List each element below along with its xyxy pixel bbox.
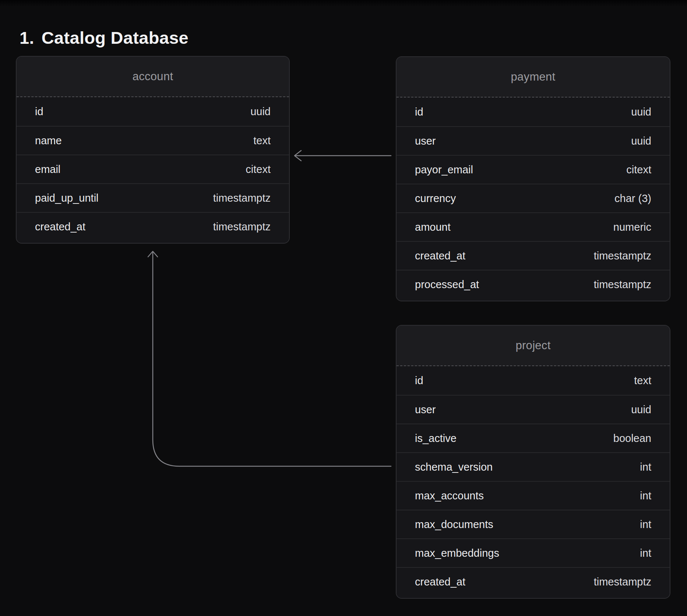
column-name: currency bbox=[415, 192, 456, 205]
column-row: user uuid bbox=[397, 395, 670, 424]
column-type: int bbox=[640, 490, 651, 502]
column-row: processed_at timestamptz bbox=[397, 270, 670, 298]
column-type: numeric bbox=[613, 221, 651, 233]
column-name: paid_up_until bbox=[35, 192, 99, 204]
column-row: created_at timestamptz bbox=[397, 241, 670, 270]
column-name: processed_at bbox=[415, 279, 479, 291]
table-columns-account: id uuid name text email citext paid_up_u… bbox=[17, 97, 289, 243]
table-name-project: project bbox=[397, 326, 670, 366]
table-columns-project: id text user uuid is_active boolean sche… bbox=[397, 366, 670, 598]
column-name: id bbox=[35, 106, 43, 118]
relationship-payment-account bbox=[295, 151, 391, 161]
column-type: timestamptz bbox=[213, 221, 271, 233]
column-type: int bbox=[640, 518, 651, 531]
column-name: max_embeddings bbox=[415, 547, 499, 559]
column-type: uuid bbox=[631, 135, 651, 147]
column-row: max_embeddings int bbox=[397, 538, 670, 567]
column-name: user bbox=[415, 404, 436, 416]
column-row: amount numeric bbox=[397, 212, 670, 241]
column-name: name bbox=[35, 135, 62, 147]
column-row: id uuid bbox=[17, 97, 289, 126]
column-name: id bbox=[415, 106, 423, 118]
column-name: user bbox=[415, 135, 436, 147]
column-row: created_at timestamptz bbox=[397, 567, 670, 596]
column-name: max_documents bbox=[415, 518, 493, 531]
column-type: boolean bbox=[613, 432, 651, 445]
arrowhead-left-icon bbox=[295, 151, 301, 161]
column-name: max_accounts bbox=[415, 490, 484, 502]
column-type: char (3) bbox=[614, 192, 651, 205]
column-name: payor_email bbox=[415, 164, 473, 176]
connector-line bbox=[153, 252, 391, 466]
column-name: amount bbox=[415, 221, 451, 233]
column-type: int bbox=[640, 547, 651, 559]
table-node-project[interactable]: project id text user uuid is_active bool… bbox=[396, 325, 670, 599]
column-row: email citext bbox=[17, 155, 289, 183]
column-row: paid_up_until timestamptz bbox=[17, 183, 289, 212]
column-row: max_accounts int bbox=[397, 481, 670, 510]
table-node-payment[interactable]: payment id uuid user uuid payor_email ci… bbox=[396, 56, 670, 301]
column-row: payor_email citext bbox=[397, 155, 670, 184]
column-type: uuid bbox=[631, 404, 651, 416]
table-name-account: account bbox=[17, 57, 289, 97]
column-type: timestamptz bbox=[213, 192, 271, 204]
column-type: uuid bbox=[631, 106, 651, 118]
page-title-text: Catalog Database bbox=[42, 29, 189, 46]
column-type: uuid bbox=[250, 106, 271, 118]
column-name: email bbox=[35, 163, 60, 176]
column-type: timestamptz bbox=[594, 279, 651, 291]
column-row: max_documents int bbox=[397, 510, 670, 538]
column-row: is_active boolean bbox=[397, 424, 670, 452]
page-title: 1. Catalog Database bbox=[20, 29, 189, 46]
column-type: citext bbox=[246, 163, 271, 176]
column-type: citext bbox=[626, 164, 651, 176]
column-type: int bbox=[640, 461, 651, 473]
column-type: text bbox=[253, 135, 271, 147]
arrowhead-up-icon bbox=[148, 251, 158, 257]
column-row: user uuid bbox=[397, 126, 670, 155]
column-name: id bbox=[415, 375, 423, 387]
column-type: timestamptz bbox=[594, 250, 651, 262]
column-row: name text bbox=[17, 126, 289, 155]
column-row: id uuid bbox=[397, 98, 670, 126]
table-node-account[interactable]: account id uuid name text email citext p… bbox=[16, 56, 290, 244]
table-name-payment: payment bbox=[397, 57, 670, 98]
table-columns-payment: id uuid user uuid payor_email citext cur… bbox=[397, 98, 670, 301]
page-title-number: 1. bbox=[20, 29, 34, 46]
relationship-project-account bbox=[148, 251, 391, 466]
column-name: schema_version bbox=[415, 461, 493, 473]
column-row: created_at timestamptz bbox=[17, 212, 289, 241]
column-row: schema_version int bbox=[397, 452, 670, 481]
column-row: id text bbox=[397, 366, 670, 395]
column-name: created_at bbox=[415, 576, 465, 588]
column-name: is_active bbox=[415, 432, 457, 445]
column-type: text bbox=[634, 375, 651, 387]
column-name: created_at bbox=[415, 250, 465, 262]
column-row: currency char (3) bbox=[397, 184, 670, 212]
column-type: timestamptz bbox=[594, 576, 651, 588]
column-name: created_at bbox=[35, 221, 85, 233]
